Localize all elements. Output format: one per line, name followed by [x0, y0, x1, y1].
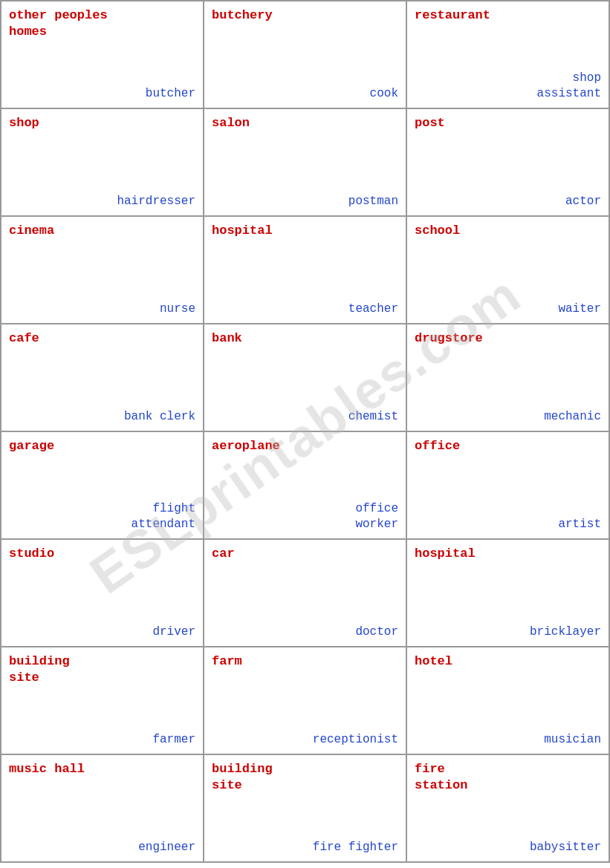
job-label-15: driver — [152, 624, 195, 640]
place-label-10: bank — [212, 330, 398, 347]
grid-cell-16: cardoctor — [204, 540, 407, 647]
place-label-16: car — [212, 546, 398, 562]
job-label-14: artist — [558, 517, 601, 532]
grid-cell-18: building sitefarmer — [1, 647, 204, 755]
grid-cell-5: postactor — [407, 109, 610, 217]
grid-cell-1: butcherycook — [204, 1, 407, 109]
place-label-7: hospital — [212, 223, 398, 239]
place-label-9: cafe — [9, 330, 195, 347]
job-label-8: waiter — [558, 301, 601, 317]
place-label-12: garage — [9, 438, 195, 454]
grid-cell-10: bankchemist — [204, 324, 407, 432]
job-label-16: doctor — [355, 624, 398, 640]
job-label-18: farmer — [152, 732, 195, 748]
grid-cell-20: hotelmusician — [407, 647, 610, 755]
job-label-10: chemist — [348, 409, 398, 425]
place-label-11: drugstore — [415, 330, 601, 347]
grid-cell-23: fire stationbabysitter — [407, 755, 610, 863]
place-label-2: restaurant — [415, 7, 601, 24]
job-label-23: babysitter — [530, 840, 601, 855]
place-label-1: butchery — [212, 7, 398, 24]
job-label-19: receptionist — [313, 732, 398, 748]
grid-cell-6: cinemanurse — [1, 217, 204, 324]
job-label-4: postman — [348, 194, 398, 209]
grid-cell-7: hospitalteacher — [204, 217, 407, 324]
job-label-5: actor — [565, 194, 601, 209]
place-label-13: aeroplane — [212, 438, 398, 454]
place-label-19: farm — [212, 653, 398, 670]
grid-cell-2: restaurantshop assistant — [407, 1, 610, 109]
grid-cell-3: shophairdresser — [1, 109, 204, 217]
place-label-15: studio — [9, 546, 195, 562]
grid-cell-21: music hallengineer — [1, 755, 204, 863]
job-label-13: office worker — [355, 501, 398, 532]
job-label-7: teacher — [348, 301, 398, 317]
place-label-3: shop — [9, 115, 195, 131]
grid-cell-12: garageflight attendant — [1, 432, 204, 540]
grid-cell-8: schoolwaiter — [407, 217, 610, 324]
grid-cell-19: farmreceptionist — [204, 647, 407, 755]
place-label-5: post — [415, 115, 601, 131]
job-label-6: nurse — [160, 301, 195, 317]
place-label-14: office — [415, 438, 601, 454]
job-label-11: mechanic — [544, 409, 601, 425]
place-label-6: cinema — [9, 223, 195, 239]
job-label-9: bank clerk — [124, 409, 195, 425]
place-label-18: building site — [9, 653, 195, 686]
place-label-0: other peoples homes — [9, 7, 195, 40]
grid-cell-4: salonpostman — [204, 109, 407, 217]
job-label-0: butcher — [146, 86, 195, 102]
place-label-4: salon — [212, 115, 398, 131]
grid-cell-0: other peoples homesbutcher — [1, 1, 204, 109]
grid-cell-9: cafebank clerk — [1, 324, 204, 432]
job-label-1: cook — [370, 86, 398, 102]
job-label-20: musician — [544, 732, 601, 748]
job-label-17: bricklayer — [530, 624, 601, 640]
job-label-2: shop assistant — [537, 71, 601, 102]
place-label-23: fire station — [415, 761, 601, 794]
job-label-3: hairdresser — [117, 194, 195, 209]
place-label-20: hotel — [415, 653, 601, 670]
job-label-21: engineer — [138, 840, 195, 855]
job-label-22: fire fighter — [313, 840, 398, 855]
grid-cell-17: hospitalbricklayer — [407, 540, 610, 647]
grid-cell-22: building sitefire fighter — [204, 755, 407, 863]
job-label-12: flight attendant — [132, 501, 195, 532]
main-grid: other peoples homesbutcherbutcherycookre… — [0, 0, 610, 863]
grid-cell-11: drugstoremechanic — [407, 324, 610, 432]
grid-cell-13: aeroplaneoffice worker — [204, 432, 407, 540]
place-label-21: music hall — [9, 761, 195, 777]
grid-cell-14: officeartist — [407, 432, 610, 540]
place-label-17: hospital — [415, 546, 601, 562]
grid-cell-15: studiodriver — [1, 540, 204, 647]
place-label-22: building site — [212, 761, 398, 794]
place-label-8: school — [415, 223, 601, 239]
